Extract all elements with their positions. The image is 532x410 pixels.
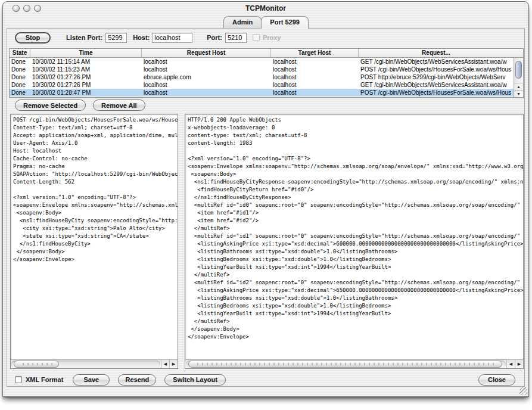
table-row[interactable]: Done 10/30/02 01:27:26 PM localhost loca… — [10, 81, 514, 89]
cell-target-host: localhost — [271, 73, 359, 81]
remove-all-button[interactable]: Remove All — [93, 100, 145, 111]
footer-actions: XML Format Save Resend Switch Layout Clo… — [11, 374, 520, 386]
table-body: Done 10/30/02 11:15:14 AM localhost loca… — [10, 58, 514, 97]
host-label: Host: — [133, 34, 150, 41]
cell-state: Done — [10, 66, 30, 73]
scroll-left-icon[interactable]: ◀ — [506, 360, 515, 368]
listen-port-input[interactable] — [105, 33, 127, 43]
tcpmonitor-window: TCPMonitor Admin Port 5299 Stop Listen P… — [2, 1, 529, 397]
window-bottom-bar — [3, 387, 528, 396]
scroll-track[interactable] — [186, 361, 506, 368]
port-label: Port: — [207, 34, 222, 41]
scroll-thumb[interactable] — [188, 361, 502, 368]
resize-grip-icon[interactable] — [519, 387, 527, 395]
cell-request: GET /cgi-bin/WebObjects/WebServicesAssis… — [359, 81, 514, 89]
cell-request: POST /cgi-bin/WebObjects/HousesForSale.w… — [359, 89, 514, 97]
table-row[interactable]: Done 10/30/02 11:15:14 AM localhost loca… — [10, 58, 514, 66]
table-row-selected[interactable]: Done 10/30/02 01:28:47 PM localhost loca… — [10, 89, 514, 97]
cell-request-host: localhost — [142, 89, 271, 97]
response-pane-horizontal-scrollbar[interactable]: ◀ ▶ — [185, 359, 523, 368]
table-header: State Time Request Host Target Host Requ… — [10, 49, 523, 58]
column-header-state[interactable]: State — [10, 49, 30, 57]
remove-actions: Remove Selected Remove All — [15, 100, 145, 111]
save-button[interactable]: Save — [73, 374, 110, 386]
column-header-request-host[interactable]: Request Host — [142, 49, 271, 57]
cell-request-host: ebruce.apple.com — [142, 73, 271, 81]
scroll-thumb[interactable] — [14, 361, 59, 368]
scroll-track[interactable] — [11, 361, 160, 368]
cell-request: POST /cgi-bin/WebObjects/HousesForSale.w… — [359, 66, 514, 73]
column-header-time[interactable]: Time — [30, 49, 142, 57]
cell-request: POST http://ebruce:5299/cgi-bin/WebObjec… — [359, 73, 514, 81]
remove-selected-button[interactable]: Remove Selected — [15, 100, 86, 111]
xml-format-checkbox[interactable] — [15, 376, 22, 383]
cell-request: GET /cgi-bin/WebObjects/WebServicesAssis… — [359, 58, 514, 66]
cell-request-host: localhost — [142, 66, 271, 73]
request-pane-text[interactable]: POST /cgi-bin/WebObjects/HousesForSale.w… — [11, 114, 178, 359]
scroll-right-icon[interactable]: ▶ — [515, 360, 523, 368]
proxy-checkbox[interactable] — [253, 34, 260, 41]
response-pane-text[interactable]: HTTP/1.0 200 Apple WebObjects x-webobjec… — [185, 114, 523, 359]
close-button[interactable]: Close — [478, 374, 515, 386]
request-pane: POST /cgi-bin/WebObjects/HousesForSale.w… — [10, 114, 178, 369]
cell-time: 10/30/02 01:27:26 PM — [30, 73, 142, 81]
connection-controls: Stop Listen Port: Host: Port: Proxy — [11, 31, 520, 44]
listen-port-label: Listen Port: — [66, 34, 102, 41]
scroll-down-icon[interactable]: ▼ — [514, 90, 523, 97]
scroll-thumb[interactable] — [515, 61, 522, 79]
cell-request-host: localhost — [142, 58, 271, 66]
tab-port-5299[interactable]: Port 5299 — [261, 16, 309, 29]
requests-table: State Time Request Host Target Host Requ… — [9, 48, 524, 98]
scroll-left-icon[interactable]: ◀ — [161, 360, 169, 368]
cell-target-host: localhost — [271, 66, 359, 73]
cell-target-host: localhost — [271, 58, 359, 66]
cell-request-host: localhost — [142, 81, 271, 89]
request-pane-horizontal-scrollbar[interactable]: ◀ ▶ — [11, 359, 178, 368]
cell-state: Done — [10, 81, 30, 89]
table-vertical-scrollbar[interactable]: ▲ ▼ — [514, 58, 523, 97]
switch-layout-button[interactable]: Switch Layout — [164, 374, 226, 386]
cell-time: 10/30/02 01:28:47 PM — [30, 89, 142, 97]
scroll-up-icon[interactable]: ▲ — [514, 83, 523, 90]
tab-admin[interactable]: Admin — [223, 16, 262, 29]
tab-bar: Admin Port 5299 — [3, 15, 528, 29]
cell-state: Done — [10, 73, 30, 81]
stop-button[interactable]: Stop — [15, 32, 51, 44]
host-input[interactable] — [152, 33, 192, 43]
window-title: TCPMonitor — [3, 4, 528, 13]
table-row[interactable]: Done 10/30/02 11:15:23 AM localhost loca… — [10, 66, 514, 73]
cell-time: 10/30/02 11:15:14 AM — [30, 58, 142, 66]
column-header-request[interactable]: Request... — [359, 49, 514, 57]
response-pane: HTTP/1.0 200 Apple WebObjects x-webobjec… — [185, 114, 524, 369]
table-row[interactable]: Done 10/30/02 01:27:26 PM ebruce.apple.c… — [10, 73, 514, 81]
scroll-right-icon[interactable]: ▶ — [169, 360, 178, 368]
title-bar[interactable]: TCPMonitor — [3, 2, 528, 15]
port-input[interactable] — [225, 33, 247, 43]
column-header-target-host[interactable]: Target Host — [271, 49, 359, 57]
cell-state: Done — [10, 89, 30, 97]
cell-state: Done — [10, 58, 30, 66]
resend-button[interactable]: Resend — [118, 374, 156, 386]
cell-target-host: localhost — [271, 89, 359, 97]
cell-time: 10/30/02 01:27:26 PM — [30, 81, 142, 89]
xml-format-label: XML Format — [26, 376, 63, 383]
cell-time: 10/30/02 11:15:23 AM — [30, 66, 142, 73]
proxy-label: Proxy — [263, 34, 281, 41]
cell-target-host: localhost — [271, 81, 359, 89]
